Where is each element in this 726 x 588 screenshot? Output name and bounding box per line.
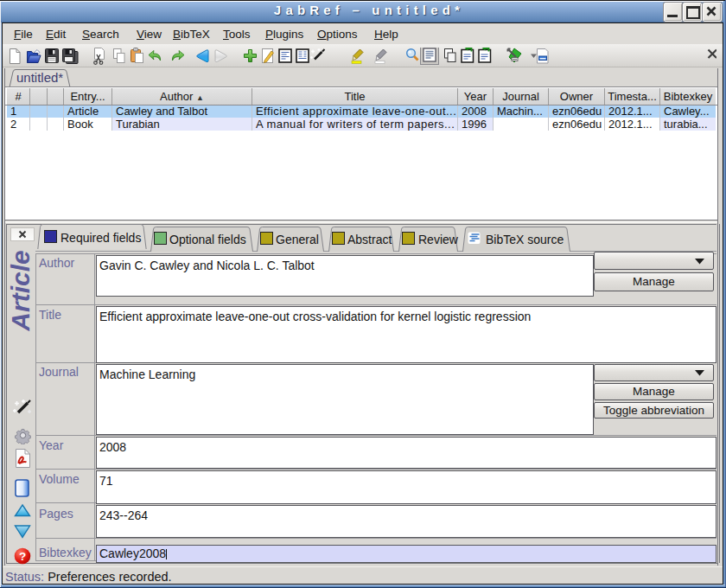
svg-text:?: ? [19,550,26,563]
